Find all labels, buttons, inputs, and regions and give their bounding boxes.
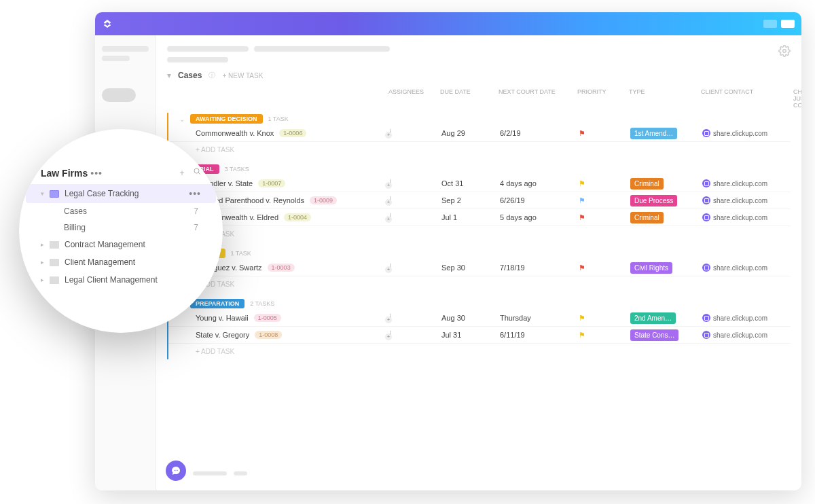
assignee-add-icon[interactable] bbox=[390, 128, 391, 138]
placeholder-bar bbox=[234, 471, 247, 475]
due-date[interactable]: Sep 2 bbox=[441, 196, 496, 204]
task-name: State v. Gregory bbox=[196, 331, 249, 339]
add-task-button[interactable]: + ADD TASK bbox=[168, 344, 791, 359]
workspace-title[interactable]: Law Firms bbox=[41, 168, 88, 179]
task-groups: ⌄ AWAITING DECISION 1 TASK Commonwealth … bbox=[167, 113, 791, 359]
assignee-add-icon[interactable] bbox=[390, 313, 391, 323]
due-date[interactable]: Jul 31 bbox=[441, 331, 496, 339]
due-date[interactable]: Jul 1 bbox=[441, 213, 496, 221]
next-court-date[interactable]: 4 days ago bbox=[500, 179, 575, 187]
priority-flag-icon[interactable]: ⚑ bbox=[579, 129, 585, 137]
add-task-button[interactable]: + ADD TASK bbox=[168, 142, 791, 158]
workspace-menu-icon[interactable]: ••• bbox=[90, 168, 103, 179]
group-header[interactable]: ⌄ REVIEW 1 TASK bbox=[168, 247, 791, 259]
priority-flag-icon[interactable]: ⚑ bbox=[579, 314, 585, 322]
client-contact-link[interactable]: share.clickup.com bbox=[702, 264, 791, 272]
window-maximize-button[interactable] bbox=[781, 20, 795, 28]
task-row[interactable]: Commonwealth v. Eldred 1-0004 Jul 1 5 da… bbox=[168, 209, 791, 226]
next-court-date[interactable]: 7/18/19 bbox=[500, 264, 575, 272]
type-pill[interactable]: Criminal bbox=[630, 178, 664, 190]
sidebar-magnifier: Law Firms ••• ＋ ▾ Legal Case Tracking ••… bbox=[19, 129, 223, 333]
task-row[interactable]: State v. Gregory 1-0008 Jul 31 6/11/19 ⚑… bbox=[168, 327, 791, 344]
titlebar bbox=[95, 12, 801, 35]
case-id-badge: 1-0007 bbox=[258, 179, 285, 187]
group-header[interactable]: ⌄ TRIAL 3 TASKS bbox=[168, 163, 791, 175]
next-court-date[interactable]: 6/2/19 bbox=[500, 129, 575, 137]
task-row[interactable]: Chandler v. State 1-0007 Oct 31 4 days a… bbox=[168, 175, 791, 192]
client-contact-link[interactable]: share.clickup.com bbox=[702, 314, 791, 322]
due-date[interactable]: Sep 30 bbox=[441, 264, 496, 272]
client-contact-link[interactable]: share.clickup.com bbox=[702, 129, 791, 137]
section-collapse-icon[interactable]: ▾ bbox=[167, 71, 171, 80]
chat-bubble-icon[interactable] bbox=[166, 461, 186, 481]
sidebar-sub-item[interactable]: Cases7 bbox=[26, 203, 216, 219]
new-task-button[interactable]: + NEW TASK bbox=[222, 72, 263, 79]
sidebar-item[interactable]: ▸ Legal Client Management bbox=[26, 271, 216, 289]
due-date[interactable]: Oct 31 bbox=[441, 179, 496, 187]
status-pill[interactable]: PREPARATION bbox=[190, 299, 244, 308]
settings-gear-icon[interactable] bbox=[778, 45, 791, 57]
assignee-add-icon[interactable] bbox=[390, 263, 391, 272]
window-minimize-button[interactable] bbox=[763, 20, 777, 28]
link-icon bbox=[702, 129, 710, 137]
sidebar-item[interactable]: ▸ Client Management bbox=[26, 253, 216, 271]
client-contact-link[interactable]: share.clickup.com bbox=[702, 196, 791, 204]
priority-flag-icon[interactable]: ⚑ bbox=[579, 264, 585, 272]
task-name: Young v. Hawaii bbox=[196, 314, 249, 322]
add-task-button[interactable]: + ADD TASK bbox=[168, 226, 791, 242]
col-due-date[interactable]: DUE DATE bbox=[440, 88, 494, 109]
assignee-add-icon[interactable] bbox=[390, 179, 391, 188]
type-pill[interactable]: State Cons… bbox=[630, 329, 678, 341]
priority-flag-icon[interactable]: ⚑ bbox=[579, 196, 585, 204]
due-date[interactable]: Aug 30 bbox=[441, 314, 496, 322]
sidebar-item[interactable]: ▸ Contract Management bbox=[26, 236, 216, 253]
task-row[interactable]: Commonwealth v. Knox 1-0006 Aug 29 6/2/1… bbox=[168, 125, 791, 142]
sidebar-item[interactable]: ▾ Legal Case Tracking ••• bbox=[26, 184, 216, 203]
assignee-add-icon[interactable] bbox=[390, 196, 391, 205]
search-icon[interactable] bbox=[193, 167, 201, 179]
add-task-button[interactable]: + ADD TASK bbox=[168, 276, 791, 292]
due-date[interactable]: Aug 29 bbox=[441, 129, 496, 137]
client-contact-link[interactable]: share.clickup.com bbox=[702, 331, 791, 339]
col-justice-contact[interactable]: CHIEF JUSTICE CONTACT bbox=[793, 88, 801, 109]
task-name: Commonwealth v. Knox bbox=[196, 129, 274, 137]
type-pill[interactable]: Criminal bbox=[630, 212, 664, 223]
next-court-date[interactable]: 6/11/19 bbox=[500, 331, 575, 339]
assignee-add-icon[interactable] bbox=[390, 330, 391, 340]
col-assignees[interactable]: ASSIGNEES bbox=[388, 88, 436, 109]
group-header[interactable]: ⌄ AWAITING DECISION 1 TASK bbox=[168, 113, 791, 125]
priority-flag-icon[interactable]: ⚑ bbox=[579, 213, 585, 221]
sidebar-item-label: Legal Client Management bbox=[65, 275, 158, 285]
next-court-date[interactable]: Thursday bbox=[500, 314, 575, 322]
task-row[interactable]: Rodriguez v. Swartz 1-0003 Sep 30 7/18/1… bbox=[168, 259, 791, 276]
col-type[interactable]: TYPE bbox=[629, 88, 697, 109]
sub-item-label: Cases bbox=[64, 206, 87, 216]
type-pill[interactable]: Due Process bbox=[630, 195, 677, 206]
column-headers: ASSIGNEES DUE DATE NEXT COURT DATE PRIOR… bbox=[167, 86, 791, 113]
info-icon[interactable]: ⓘ bbox=[209, 71, 215, 80]
link-icon bbox=[702, 179, 710, 187]
col-next-court-date[interactable]: NEXT COURT DATE bbox=[499, 88, 573, 109]
client-contact-link[interactable]: share.clickup.com bbox=[702, 179, 791, 187]
next-court-date[interactable]: 6/26/19 bbox=[500, 196, 575, 204]
priority-flag-icon[interactable]: ⚑ bbox=[579, 179, 585, 187]
sidebar-sub-item[interactable]: Billing7 bbox=[26, 219, 216, 236]
placeholder-bar bbox=[167, 57, 228, 62]
group-header[interactable]: ⌄ PREPARATION 2 TASKS bbox=[168, 298, 791, 310]
window-controls bbox=[763, 20, 795, 28]
col-client-contact[interactable]: CLIENT CONTACT bbox=[701, 88, 789, 109]
client-contact-link[interactable]: share.clickup.com bbox=[702, 213, 791, 221]
task-row[interactable]: Young v. Hawaii 1-0005 Aug 30 Thursday ⚑… bbox=[168, 310, 791, 327]
chevron-right-icon: ▸ bbox=[41, 259, 44, 266]
type-pill[interactable]: Civil Rights bbox=[630, 262, 672, 274]
type-pill[interactable]: 2nd Amen… bbox=[630, 312, 676, 324]
assignee-add-icon[interactable] bbox=[390, 213, 391, 222]
status-pill[interactable]: AWAITING DECISION bbox=[190, 114, 263, 124]
task-row[interactable]: Planned Parenthood v. Reynolds 1-0009 Se… bbox=[168, 192, 791, 209]
item-menu-icon[interactable]: ••• bbox=[189, 188, 201, 199]
add-icon[interactable]: ＋ bbox=[178, 167, 186, 179]
col-priority[interactable]: PRIORITY bbox=[577, 88, 625, 109]
type-pill[interactable]: 1st Amend… bbox=[630, 128, 677, 139]
priority-flag-icon[interactable]: ⚑ bbox=[579, 331, 585, 339]
next-court-date[interactable]: 5 days ago bbox=[500, 213, 575, 221]
